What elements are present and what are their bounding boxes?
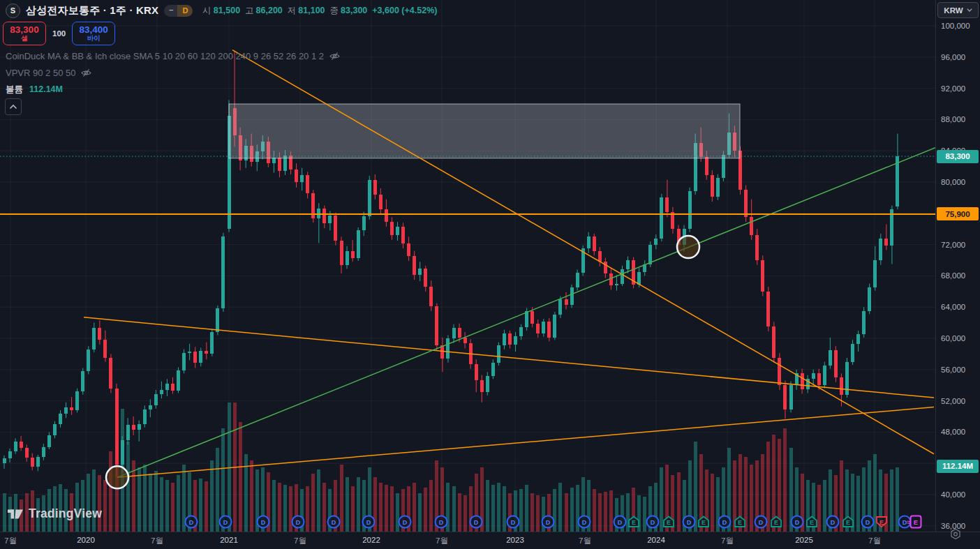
dividend-badge[interactable]: D bbox=[861, 516, 875, 529]
close-label: 종 bbox=[330, 5, 339, 17]
price-tick-label: 64,000 bbox=[941, 302, 965, 312]
ohlc-readout: 시81,500 고86,200 저81,100 종83,300 +3,600 (… bbox=[202, 5, 437, 17]
dividend-badge[interactable]: D bbox=[399, 516, 412, 529]
sell-price: 83,300 bbox=[10, 25, 38, 35]
dividend-badge[interactable]: D bbox=[578, 516, 591, 529]
earnings-badge[interactable]: E bbox=[770, 516, 782, 528]
trendline[interactable] bbox=[84, 317, 934, 398]
svg-text:E: E bbox=[774, 519, 778, 526]
time-tick-label: 7월 bbox=[436, 536, 448, 546]
open-label: 시 bbox=[202, 5, 211, 17]
time-tick-label: 2020 bbox=[77, 536, 95, 544]
dividend-badge[interactable]: D bbox=[542, 516, 555, 529]
legend-collapse-button[interactable] bbox=[5, 98, 22, 115]
approx-icon: ≈ bbox=[907, 518, 911, 526]
dividend-badge[interactable]: D bbox=[185, 516, 198, 529]
highlight-circle[interactable] bbox=[106, 466, 128, 488]
dividend-badge[interactable]: D bbox=[683, 516, 696, 529]
symbol-title[interactable]: 삼성전자보통주 · 1주 · KRX bbox=[26, 4, 158, 17]
time-tick-label: 7월 bbox=[868, 536, 881, 546]
time-tick-label: 7월 bbox=[294, 536, 306, 546]
price-label-chip: 83,300 bbox=[937, 150, 979, 163]
price-tick-label: 88,000 bbox=[941, 114, 965, 124]
tradingview-logo[interactable]: TradingView bbox=[7, 506, 102, 521]
price-label-chip: 112.14M bbox=[937, 460, 979, 473]
tradingview-logo-icon bbox=[7, 507, 24, 521]
dividend-badge[interactable]: D bbox=[614, 516, 627, 529]
dividend-badge[interactable]: D bbox=[507, 516, 520, 529]
time-tick-label: 7월 bbox=[721, 536, 734, 546]
dividend-badge[interactable]: D bbox=[219, 516, 232, 529]
dividend-badge[interactable]: D bbox=[755, 516, 768, 529]
dividend-badge[interactable]: D bbox=[327, 516, 341, 529]
dividend-badge[interactable]: D bbox=[470, 516, 483, 529]
open-value: 81,500 bbox=[214, 6, 240, 15]
sell-button[interactable]: 83,300 셀 bbox=[3, 22, 46, 45]
time-axis[interactable]: 7월20207월20217월20227월20237월20247월20257월 bbox=[0, 532, 980, 549]
settings-icon[interactable] bbox=[949, 528, 962, 541]
sell-label: 셀 bbox=[21, 35, 28, 42]
minus-icon: – bbox=[164, 6, 177, 15]
earnings-badge[interactable]: E bbox=[875, 516, 888, 528]
price-tick-label: 52,000 bbox=[941, 396, 965, 406]
highlight-circle[interactable] bbox=[677, 236, 699, 258]
change-value: +3,600 (+4.52%) bbox=[372, 6, 437, 15]
indicator-row-coinduck[interactable]: CoinDuck MA & BB & Ich close SMA 5 10 20… bbox=[6, 47, 341, 64]
price-tick-label: 68,000 bbox=[941, 271, 965, 280]
tradingview-logo-text: TradingView bbox=[29, 506, 102, 521]
earnings-badge[interactable]: E bbox=[662, 516, 675, 528]
dividend-badge[interactable]: D bbox=[791, 516, 804, 529]
time-tick-label: 7월 bbox=[579, 536, 591, 546]
close-value: 83,300 bbox=[341, 6, 367, 15]
interval-pill[interactable]: – D bbox=[164, 5, 193, 17]
price-axis[interactable]: 100,00096,00092,00088,00084,00080,00072,… bbox=[935, 0, 980, 532]
dividend-badge[interactable]: D bbox=[718, 516, 732, 529]
high-value: 86,200 bbox=[256, 6, 283, 15]
trade-buttons-row: 83,300 셀 100 83,400 바이 bbox=[3, 22, 115, 45]
earnings-badge[interactable]: E bbox=[734, 516, 746, 528]
dividend-badge[interactable]: D bbox=[826, 516, 840, 529]
earnings-badge[interactable]: E bbox=[697, 516, 710, 528]
symbol-row[interactable]: S 삼성전자보통주 · 1주 · KRX – D 시81,500 고86,200… bbox=[6, 3, 437, 18]
dividend-badge[interactable]: D bbox=[646, 516, 660, 529]
quantity-field[interactable]: 100 bbox=[52, 29, 66, 38]
tradingview-chart-app: S 삼성전자보통주 · 1주 · KRX – D 시81,500 고86,200… bbox=[0, 0, 980, 549]
symbol-logo: S bbox=[6, 3, 20, 18]
indicator-row-vpvr[interactable]: VPVR 90 2 50 50 bbox=[6, 64, 341, 81]
earnings-badge[interactable]: E bbox=[842, 516, 854, 528]
eye-off-icon[interactable] bbox=[80, 68, 92, 78]
volume-value: 112.14M bbox=[29, 84, 63, 94]
earnings-badge[interactable]: E bbox=[628, 516, 640, 528]
time-tick-label: 2021 bbox=[220, 536, 238, 544]
dividend-badge[interactable]: D bbox=[362, 516, 376, 529]
volume-label: 볼륨 bbox=[6, 84, 23, 96]
price-tick-label: 100,000 bbox=[941, 21, 970, 31]
interval-daily-badge[interactable]: D bbox=[177, 5, 193, 17]
chevron-down-icon bbox=[967, 8, 972, 12]
currency-label: KRW bbox=[944, 6, 963, 15]
currency-toggle-button[interactable]: KRW bbox=[937, 2, 979, 18]
time-tick-label: 2024 bbox=[647, 536, 665, 544]
chevron-up-icon bbox=[9, 104, 17, 110]
future-earnings-badge[interactable]: E bbox=[910, 516, 922, 529]
svg-text:E: E bbox=[846, 519, 850, 526]
price-tick-label: 92,000 bbox=[941, 84, 965, 93]
high-label: 고 bbox=[245, 5, 254, 17]
chart-legend: S 삼성전자보통주 · 1주 · KRX – D 시81,500 고86,200… bbox=[6, 3, 437, 18]
eye-off-icon[interactable] bbox=[329, 51, 341, 61]
price-tick-label: 56,000 bbox=[941, 365, 965, 375]
dividend-badge[interactable]: D bbox=[257, 516, 270, 529]
indicator-title: CoinDuck MA & BB & Ich close SMA 5 10 20… bbox=[6, 51, 324, 61]
indicator-title: VPVR 90 2 50 50 bbox=[6, 68, 75, 78]
dividend-badge[interactable]: D bbox=[292, 516, 305, 529]
trendline[interactable] bbox=[117, 148, 935, 478]
volume-indicator-row[interactable]: 볼륨 112.14M bbox=[6, 81, 341, 98]
drawings bbox=[0, 50, 935, 489]
buy-button[interactable]: 83,400 바이 bbox=[72, 22, 115, 45]
svg-text:E: E bbox=[632, 519, 636, 526]
svg-text:E: E bbox=[701, 519, 706, 526]
supply-zone-box[interactable] bbox=[229, 104, 740, 158]
time-tick-label: 7월 bbox=[151, 536, 163, 546]
dividend-badge[interactable]: D bbox=[435, 516, 448, 529]
earnings-badge[interactable]: E bbox=[805, 516, 818, 528]
